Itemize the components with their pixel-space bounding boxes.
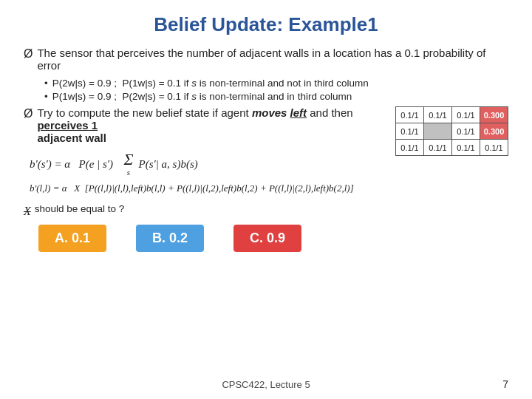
answer-c-label: C. [250,231,263,245]
grid-row-2: 0.1/1 0.1/1 0.300 [396,123,508,140]
grid-cell-2-3: 0.1/1 [452,123,480,140]
answer-a-value: 0.1 [72,231,90,245]
grid-cell-1-3: 0.1/1 [452,107,480,123]
x-strikethrough: X [24,205,31,218]
grid-cell-3-4: 0.1/1 [480,140,508,156]
grid-cell-3-2: 0.1/1 [424,140,452,156]
grid-row-3: 0.1/1 0.1/1 0.1/1 0.1/1 [396,140,508,156]
bullet2: Ø Try to compute the new belief state if… [24,106,388,144]
answer-b-value: 0.2 [169,231,188,245]
slide-title: Belief Update: Example1 [24,13,508,36]
bullet2-text: Try to compute the new belief state if a… [37,106,388,144]
slide-container: Belief Update: Example1 Ø The sensor tha… [0,0,532,399]
answer-b[interactable]: B. 0.2 [136,225,204,252]
sub-bullets: • P(2w|s) = 0.9 ; P(1w|s) = 0.1 if s is … [44,78,508,102]
grid-cell-3-1: 0.1/1 [396,140,424,156]
sigma-body: Σ [123,151,133,168]
answer-c[interactable]: C. 0.9 [233,225,301,252]
x-equal-section: X should be equal to ? [24,202,388,220]
dot-2: • [44,91,48,102]
bullet1-text: The sensor that perceives the number of … [37,47,508,72]
answer-c-value: 0.9 [267,231,285,245]
bullet2-section: Ø Try to compute the new belief state if… [24,106,508,252]
sigma-symbol: Σ s [123,151,133,177]
answer-b-label: B. [152,231,166,245]
bullet-arrow-2: Ø [24,107,33,120]
formula-main-text: b'(s') = α P(e | s') [30,158,118,171]
grid-cell-1-4: 0.300 [480,107,508,123]
dot-1: • [44,78,48,89]
should-equal-text: should be equal to ? [35,203,125,214]
formula-main-end: P(s'| a, s)b(s) [139,158,198,171]
bullet1: Ø The sensor that perceives the number o… [24,47,508,72]
footer-text: CPSC422, Lecture 5 [222,379,310,390]
footer: CPSC422, Lecture 5 [0,379,532,390]
adjacent-wall-text: adjacent wall [37,132,106,144]
grid-cell-2-2 [424,123,452,140]
grid-cell-2-1: 0.1/1 [396,123,424,140]
grid-row-1: 0.1/1 0.1/1 0.1/1 0.300 [396,107,508,123]
belief-grid: 0.1/1 0.1/1 0.1/1 0.300 0.1/1 0.1/1 0.30… [395,106,508,156]
grid-cell-2-4: 0.300 [480,123,508,140]
grid-cell-1-1: 0.1/1 [396,107,424,123]
footer-page: 7 [502,378,508,390]
grid-container: 0.1/1 0.1/1 0.1/1 0.300 0.1/1 0.1/1 0.30… [395,106,508,156]
answer-a-label: A. [55,231,68,245]
sub-bullet-2: • P(1w|s) = 0.9 ; P(2w|s) = 0.1 if s is … [44,91,508,102]
answer-a[interactable]: A. 0.1 [38,225,106,252]
grid-cell-1-2: 0.1/1 [424,107,452,123]
sub-bullet-1-text: P(2w|s) = 0.9 ; P(1w|s) = 0.1 if s is no… [52,78,369,89]
sigma-bottom: s [127,168,130,177]
answers-row: A. 0.1 B. 0.2 C. 0.9 [38,225,388,252]
bullet-arrow-1: Ø [24,47,33,61]
formula2: b'(l,l) = α X [P((l,l)|(l,l),left)b(l,l)… [30,183,388,194]
bullet2-content: Ø Try to compute the new belief state if… [24,106,388,252]
formula-main: b'(s') = α P(e | s') Σ s P(s'| a, s)b(s) [30,151,388,177]
grid-cell-3-3: 0.1/1 [452,140,480,156]
sub-bullet-2-text: P(1w|s) = 0.9 ; P(2w|s) = 0.1 if s is no… [52,91,352,102]
sub-bullet-1: • P(2w|s) = 0.9 ; P(1w|s) = 0.1 if s is … [44,78,508,89]
formula-area: b'(s') = α P(e | s') Σ s P(s'| a, s)b(s)… [30,151,388,194]
